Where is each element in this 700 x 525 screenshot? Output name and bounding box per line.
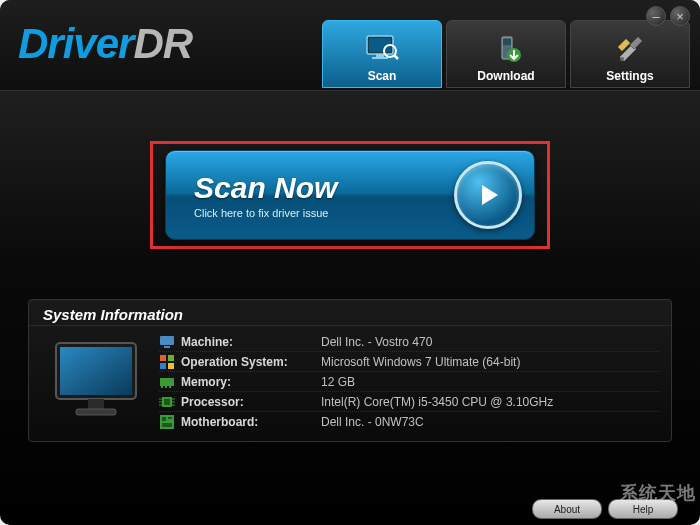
svg-rect-20 — [160, 378, 174, 386]
motherboard-label: Motherboard: — [181, 415, 321, 429]
processor-label: Processor: — [181, 395, 321, 409]
svg-rect-33 — [162, 417, 166, 421]
svg-rect-7 — [503, 39, 511, 45]
svg-rect-23 — [169, 386, 171, 388]
app-logo: DriverDR — [18, 20, 192, 68]
system-info-rows: Machine: Dell Inc. - Vostro 470 Operatio… — [159, 332, 659, 431]
cpu-icon — [159, 394, 175, 410]
minimize-button[interactable]: – — [646, 6, 666, 26]
svg-line-5 — [394, 55, 398, 59]
machine-value: Dell Inc. - Vostro 470 — [321, 335, 432, 349]
download-icon — [488, 31, 524, 67]
tab-download[interactable]: Download — [446, 20, 566, 88]
os-label: Operation System: — [181, 355, 321, 369]
svg-rect-16 — [160, 355, 166, 361]
motherboard-icon — [159, 414, 175, 430]
svg-rect-35 — [162, 423, 172, 427]
os-icon — [159, 354, 175, 370]
svg-rect-11 — [60, 347, 132, 395]
machine-icon — [159, 334, 175, 350]
svg-rect-12 — [88, 399, 104, 409]
memory-label: Memory: — [181, 375, 321, 389]
row-processor: Processor: Intel(R) Core(TM) i5-3450 CPU… — [159, 392, 659, 412]
tools-icon — [612, 31, 648, 67]
os-value: Microsoft Windows 7 Ultimate (64-bit) — [321, 355, 520, 369]
system-info-panel: System Information Machine: Del — [28, 299, 672, 442]
logo-left: Driver — [18, 20, 133, 67]
svg-point-9 — [620, 57, 624, 61]
scan-subtitle: Click here to fix driver issue — [194, 207, 454, 219]
motherboard-value: Dell Inc. - 0NW73C — [321, 415, 424, 429]
watermark: 系统天地 — [620, 481, 696, 505]
row-memory: Memory: 12 GB — [159, 372, 659, 392]
about-button[interactable]: About — [532, 499, 602, 519]
window-controls: – × — [646, 6, 690, 26]
machine-label: Machine: — [181, 335, 321, 349]
tab-bar: Scan Download — [322, 20, 690, 88]
tab-settings-label: Settings — [606, 69, 653, 83]
close-button[interactable]: × — [670, 6, 690, 26]
scan-button-text: Scan Now Click here to fix driver issue — [194, 171, 454, 219]
svg-rect-3 — [372, 57, 388, 59]
row-motherboard: Motherboard: Dell Inc. - 0NW73C — [159, 412, 659, 431]
highlight-box: Scan Now Click here to fix driver issue — [150, 141, 550, 249]
memory-value: 12 GB — [321, 375, 355, 389]
processor-value: Intel(R) Core(TM) i5-3450 CPU @ 3.10GHz — [321, 395, 553, 409]
tab-scan-label: Scan — [368, 69, 397, 83]
svg-rect-21 — [161, 386, 163, 388]
svg-rect-18 — [160, 363, 166, 369]
scan-area: Scan Now Click here to fix driver issue — [28, 141, 672, 249]
header: DriverDR Scan — [0, 0, 700, 91]
system-info-title: System Information — [29, 300, 671, 326]
tab-scan[interactable]: Scan — [322, 20, 442, 88]
svg-rect-13 — [76, 409, 116, 415]
monitor-search-icon — [364, 31, 400, 67]
memory-icon — [159, 374, 175, 390]
scan-now-button[interactable]: Scan Now Click here to fix driver issue — [165, 150, 535, 240]
svg-rect-19 — [168, 363, 174, 369]
tab-download-label: Download — [477, 69, 534, 83]
app-window: – × DriverDR Scan — [0, 0, 700, 525]
row-os: Operation System: Microsoft Windows 7 Ul… — [159, 352, 659, 372]
tab-settings[interactable]: Settings — [570, 20, 690, 88]
svg-rect-17 — [168, 355, 174, 361]
svg-rect-14 — [160, 336, 174, 345]
svg-rect-22 — [165, 386, 167, 388]
logo-right: DR — [133, 20, 192, 67]
scan-title: Scan Now — [194, 171, 454, 205]
svg-rect-2 — [376, 54, 384, 57]
row-machine: Machine: Dell Inc. - Vostro 470 — [159, 332, 659, 352]
svg-rect-25 — [164, 399, 170, 405]
computer-icon — [41, 332, 151, 427]
play-icon — [454, 161, 522, 229]
svg-rect-34 — [168, 417, 172, 419]
svg-rect-15 — [164, 346, 170, 348]
content-area: Scan Now Click here to fix driver issue … — [0, 91, 700, 442]
